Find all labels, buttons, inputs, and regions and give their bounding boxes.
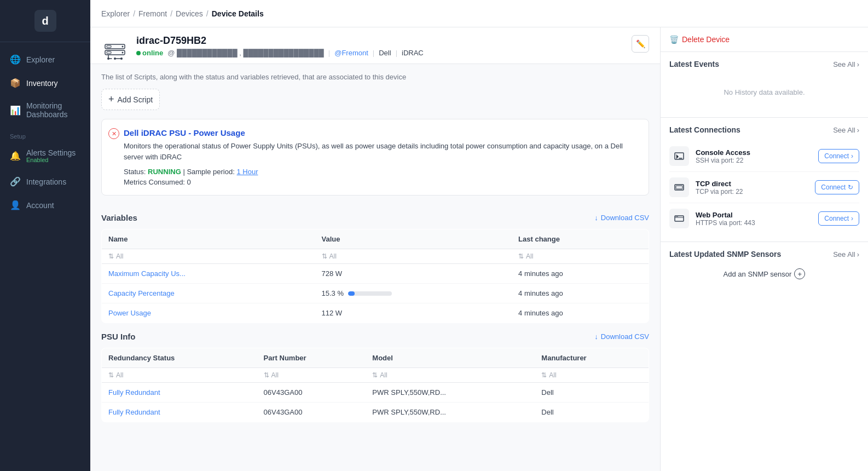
- redundancy-filter[interactable]: ⇅All: [108, 371, 251, 379]
- tcp-desc: TCP via port: 22: [696, 188, 808, 196]
- header: Explorer / Fremont / Devices / Device De…: [90, 0, 868, 27]
- web-connect-arrow: ›: [851, 215, 853, 222]
- svg-rect-11: [676, 186, 682, 189]
- metrics-consumed: Metrics Consumed: 0: [124, 178, 640, 186]
- inventory-icon: 📦: [10, 78, 21, 88]
- sidebar-item-explorer[interactable]: 🌐 Explorer: [0, 48, 90, 71]
- tcp-connect-button[interactable]: Connect ↻: [815, 180, 859, 194]
- connections-see-all-label: See All: [833, 126, 855, 134]
- delete-device-button[interactable]: 🗑️ Delete Device: [669, 35, 730, 44]
- breadcrumb-sep-1: /: [133, 9, 135, 18]
- sample-period-prefix: Sample period:: [187, 168, 234, 176]
- sidebar-item-label-monitoring: MonitoringDashboards: [26, 101, 68, 119]
- account-icon: 👤: [10, 200, 21, 210]
- edit-button[interactable]: ✏️: [632, 35, 649, 53]
- sidebar-item-inventory[interactable]: 📦 Inventory: [0, 71, 90, 95]
- left-panel: idrac-D759HB2 online @ ████████████ , ██…: [90, 27, 660, 471]
- progress-value: 15.3 %: [322, 289, 344, 297]
- psu-download-icon: ↓: [594, 332, 598, 341]
- script-card: ✕ Dell iDRAC PSU - Power Usage Monitors …: [101, 119, 649, 196]
- connection-web: Web Portal HTTPS via port: 443 Connect ›: [669, 203, 859, 234]
- variables-title: Variables: [101, 213, 137, 222]
- snmp-see-all-label: See All: [833, 250, 855, 259]
- sample-period-link[interactable]: 1 Hour: [236, 168, 258, 176]
- psu-title: PSU Info: [101, 332, 136, 341]
- change-filter[interactable]: ⇅All: [518, 252, 642, 260]
- psu-redundancy-1: Fully Redundant: [102, 403, 257, 422]
- console-connect-button[interactable]: Connect ›: [818, 149, 859, 163]
- delete-icon: 🗑️: [669, 35, 679, 44]
- psu-section: PSU Info ↓ Download CSV Redundancy Statu…: [90, 332, 660, 431]
- events-no-data: No History data available.: [669, 75, 859, 110]
- sidebar-item-monitoring[interactable]: 📊 MonitoringDashboards: [0, 95, 90, 125]
- variables-table: Name Value Last change ⇅All ⇅All ⇅All Ma…: [101, 229, 649, 323]
- console-connect-arrow: ›: [851, 152, 853, 160]
- device-status: online: [136, 49, 163, 57]
- latest-connections-section: Latest Connections See All › Console Acc…: [661, 118, 868, 242]
- part-filter[interactable]: ⇅All: [264, 371, 360, 379]
- model-filter[interactable]: ⇅All: [372, 371, 528, 379]
- breadcrumb-explorer[interactable]: Explorer: [101, 9, 130, 18]
- snmp-title: Latest Updated SNMP Sensors: [669, 250, 781, 259]
- progress-bar: [348, 291, 392, 296]
- var-value-0: 728 W: [315, 264, 512, 284]
- psu-model-0: PWR SPLY,550W,RD...: [366, 383, 535, 403]
- alerts-enabled-label: Enabled: [26, 157, 76, 163]
- breadcrumb: Explorer / Fremont / Devices / Device De…: [101, 9, 264, 18]
- psu-col-part: Part Number: [257, 348, 366, 368]
- latest-events-section: Latest Events See All › No History data …: [661, 52, 868, 118]
- add-snmp-label: Add an SNMP sensor: [724, 270, 792, 278]
- right-panel-actions: 🗑️ Delete Device: [661, 27, 868, 52]
- breadcrumb-fremont[interactable]: Fremont: [138, 9, 167, 18]
- device-tag-idrac: iDRAC: [402, 49, 424, 57]
- sidebar: d 🌐 Explorer 📦 Inventory 📊 MonitoringDas…: [0, 0, 90, 471]
- snmp-section: Latest Updated SNMP Sensors See All › Ad…: [661, 242, 868, 292]
- add-script-button[interactable]: + Add Script: [101, 89, 160, 110]
- name-filter[interactable]: ⇅All: [108, 252, 309, 260]
- tcp-info: TCP direct TCP via port: 22: [696, 180, 808, 196]
- script-description: Monitors the operational status of Power…: [124, 141, 640, 162]
- variables-download-csv[interactable]: ↓ Download CSV: [594, 214, 649, 222]
- status-dot: [136, 51, 141, 55]
- psu-table: Redundancy Status Part Number Model Manu…: [101, 348, 649, 422]
- svg-point-13: [676, 216, 677, 217]
- psu-download-csv[interactable]: ↓ Download CSV: [594, 332, 649, 341]
- app-logo[interactable]: d: [34, 10, 56, 32]
- svg-point-3: [122, 52, 124, 54]
- value-filter[interactable]: ⇅All: [322, 252, 506, 260]
- var-change-2: 4 minutes ago: [512, 303, 649, 323]
- console-info: Console Access SSH via port: 22: [696, 148, 812, 164]
- table-row: Power Usage 112 W 4 minutes ago: [102, 303, 649, 323]
- psu-part-1: 06V43GA00: [257, 403, 366, 422]
- connections-see-all[interactable]: See All ›: [833, 126, 859, 134]
- psu-col-model: Model: [366, 348, 535, 368]
- breadcrumb-current: Device Details: [212, 9, 264, 18]
- sidebar-item-account[interactable]: 👤 Account: [0, 193, 90, 217]
- device-ip: @ ████████████ , ████████████████: [167, 49, 324, 57]
- snmp-chevron-icon: ›: [857, 250, 859, 259]
- add-script-plus-icon: +: [108, 94, 114, 105]
- svg-point-7: [114, 58, 116, 60]
- script-remove-button[interactable]: ✕: [108, 128, 119, 139]
- events-see-all[interactable]: See All ›: [833, 60, 859, 68]
- web-connect-button[interactable]: Connect ›: [818, 211, 859, 226]
- right-panel: 🗑️ Delete Device Latest Events See All ›…: [660, 27, 868, 471]
- sidebar-item-label-explorer: Explorer: [26, 55, 55, 64]
- latest-events-title: Latest Events: [669, 60, 719, 68]
- device-header: idrac-D759HB2 online @ ████████████ , ██…: [90, 27, 660, 64]
- device-location-link[interactable]: @Fremont: [334, 49, 368, 57]
- svg-point-2: [122, 46, 124, 48]
- sidebar-item-alerts[interactable]: 🔔 Alerts Settings Enabled: [0, 142, 90, 170]
- breadcrumb-devices[interactable]: Devices: [176, 9, 203, 18]
- variables-filter-row: ⇅All ⇅All ⇅All: [102, 249, 649, 264]
- manufacturer-filter[interactable]: ⇅All: [541, 371, 642, 379]
- add-snmp-button[interactable]: Add an SNMP sensor +: [669, 263, 859, 285]
- var-name-1: Capacity Percentage: [102, 284, 315, 303]
- svg-point-8: [120, 58, 123, 60]
- device-tag-dell: Dell: [379, 49, 391, 57]
- download-icon: ↓: [594, 214, 598, 222]
- sidebar-item-integrations[interactable]: 🔗 Integrations: [0, 170, 90, 193]
- snmp-see-all[interactable]: See All ›: [833, 250, 859, 259]
- psu-csv-label: Download CSV: [601, 332, 649, 341]
- status-prefix: Status:: [124, 168, 146, 176]
